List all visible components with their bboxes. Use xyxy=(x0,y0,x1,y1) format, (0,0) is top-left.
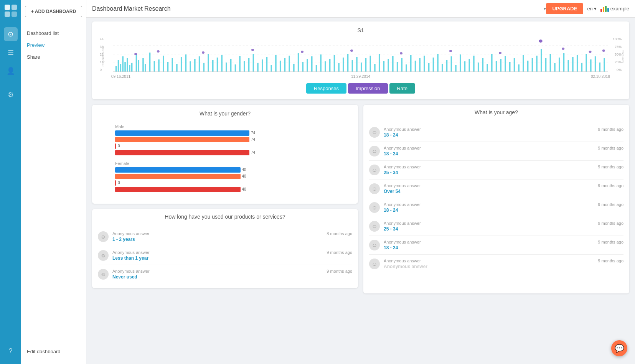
gender-label-male: Male xyxy=(100,124,350,129)
age-chart-title: What is your age? xyxy=(369,109,623,115)
bar-male-orange xyxy=(115,137,249,142)
svg-rect-94 xyxy=(487,64,488,72)
svg-rect-12 xyxy=(127,58,128,72)
sidebar-icon-dashboard[interactable]: ⊙ xyxy=(4,27,18,41)
language-selector[interactable]: en ▾ xyxy=(587,6,596,12)
x-label-start: 09.16.2011 xyxy=(111,74,130,79)
sidebar-icon-users[interactable]: 👤 xyxy=(4,64,18,78)
svg-rect-26 xyxy=(181,57,182,72)
svg-rect-56 xyxy=(316,65,317,72)
svg-rect-69 xyxy=(374,64,376,72)
right-col: What is your age? ☺ Anonymous answer 9 m… xyxy=(363,105,629,293)
age-value-6: 18 - 24 xyxy=(384,245,623,250)
svg-rect-25 xyxy=(176,64,178,72)
add-dashboard-button[interactable]: + ADD DASHBOARD xyxy=(25,6,82,17)
age-name-6: Anonymous answer xyxy=(384,240,421,244)
product-answer-0: ☺ Anonymous answer 8 months ago 1 - 2 ye… xyxy=(98,227,352,246)
answer-name-0: Anonymous answer xyxy=(112,231,150,236)
age-answer-0: ☺ Anonymous answer 9 months ago 18 - 24 xyxy=(369,123,623,142)
age-name-4: Anonymous answer xyxy=(384,202,421,207)
svg-rect-47 xyxy=(275,55,277,72)
sidebar-icon-help[interactable]: ? xyxy=(4,344,18,358)
svg-rect-73 xyxy=(392,56,394,72)
bar-female-zero xyxy=(115,180,116,186)
bar-male-zero xyxy=(115,143,116,149)
svg-rect-38 xyxy=(235,64,236,72)
svg-rect-116 xyxy=(586,54,587,72)
svg-rect-14 xyxy=(131,63,133,72)
sidebar-item-share[interactable]: Share xyxy=(21,51,86,63)
svg-rect-29 xyxy=(194,59,196,72)
svg-rect-59 xyxy=(329,59,331,72)
svg-rect-70 xyxy=(379,54,380,72)
svg-rect-72 xyxy=(388,59,389,72)
svg-rect-90 xyxy=(468,59,470,72)
svg-rect-19 xyxy=(149,53,151,72)
upgrade-button[interactable]: UPGRADE xyxy=(546,3,583,14)
age-avatar-6: ☺ xyxy=(369,240,380,250)
svg-point-126 xyxy=(350,49,353,52)
svg-point-125 xyxy=(301,51,303,53)
tab-impression[interactable]: Impression xyxy=(348,83,388,94)
svg-rect-49 xyxy=(284,58,286,72)
svg-rect-40 xyxy=(244,61,245,72)
age-time-7: 9 months ago xyxy=(598,259,623,263)
svg-rect-117 xyxy=(590,59,592,72)
age-time-0: 9 months ago xyxy=(598,127,623,132)
avatar-0: ☺ xyxy=(98,231,109,242)
brand-name: example xyxy=(610,6,629,12)
tab-rate[interactable]: Rate xyxy=(389,83,415,94)
sidebar-item-preview[interactable]: Preview xyxy=(21,39,86,51)
age-time-4: 9 months ago xyxy=(598,202,623,207)
svg-rect-100 xyxy=(514,58,515,72)
products-card: How long have you used our products or s… xyxy=(92,209,358,288)
svg-rect-95 xyxy=(491,54,493,72)
edit-dashboard-link[interactable]: Edit dashboard xyxy=(27,349,80,354)
sidebar-icon-reports[interactable]: ☰ xyxy=(4,46,18,59)
svg-rect-10 xyxy=(122,56,124,72)
tab-responses[interactable]: Responses xyxy=(306,83,346,94)
age-time-6: 9 months ago xyxy=(598,240,623,244)
sidebar-item-dashboard-list[interactable]: Dashboard list xyxy=(21,27,86,39)
age-answer-3: ☺ Anonymous answer 9 months ago Over 54 xyxy=(369,180,623,198)
sidebar-icon-settings[interactable]: ⚙ xyxy=(4,88,18,102)
x-label-mid: 11.29.2014 xyxy=(351,74,370,79)
s1-chart-svg xyxy=(113,37,608,72)
svg-rect-48 xyxy=(280,61,281,72)
svg-rect-84 xyxy=(442,64,443,72)
svg-rect-15 xyxy=(136,54,137,72)
svg-rect-36 xyxy=(226,63,227,72)
svg-rect-16 xyxy=(138,60,140,72)
brand-logo: example xyxy=(600,6,629,12)
svg-rect-62 xyxy=(343,58,344,72)
chat-bubble-button[interactable]: 💬 xyxy=(611,340,627,356)
age-name-1: Anonymous answer xyxy=(384,146,421,150)
age-name-7: Anonymous answer xyxy=(384,259,421,263)
svg-rect-75 xyxy=(401,58,403,72)
svg-rect-18 xyxy=(145,64,146,72)
svg-rect-93 xyxy=(482,58,484,72)
svg-rect-101 xyxy=(518,64,520,72)
age-meta-2: Anonymous answer 9 months ago xyxy=(384,165,623,169)
answer-time-0: 8 months ago xyxy=(327,231,352,236)
svg-rect-86 xyxy=(451,56,452,72)
svg-rect-96 xyxy=(496,61,497,72)
bar-value-female-1: 40 xyxy=(242,167,246,173)
age-name-0: Anonymous answer xyxy=(384,127,421,132)
svg-point-121 xyxy=(134,53,137,55)
answer-value-0: 1 - 2 years xyxy=(112,237,352,242)
svg-rect-92 xyxy=(478,63,479,72)
app-logo[interactable] xyxy=(4,4,18,19)
chart-tabs: Responses Impression Rate xyxy=(100,83,622,94)
language-label: en xyxy=(587,6,592,12)
svg-rect-88 xyxy=(460,54,461,72)
age-time-1: 9 months ago xyxy=(598,146,623,150)
svg-rect-3 xyxy=(12,12,17,17)
answer-content-1: Anonymous answer 9 months ago Less than … xyxy=(112,250,352,261)
age-time-5: 9 months ago xyxy=(598,221,623,226)
svg-point-132 xyxy=(589,51,592,53)
age-content-4: Anonymous answer 9 months ago 18 - 24 xyxy=(384,202,623,213)
svg-rect-34 xyxy=(217,58,218,72)
age-answer-4: ☺ Anonymous answer 9 months ago 18 - 24 xyxy=(369,198,623,217)
svg-rect-63 xyxy=(347,54,349,72)
